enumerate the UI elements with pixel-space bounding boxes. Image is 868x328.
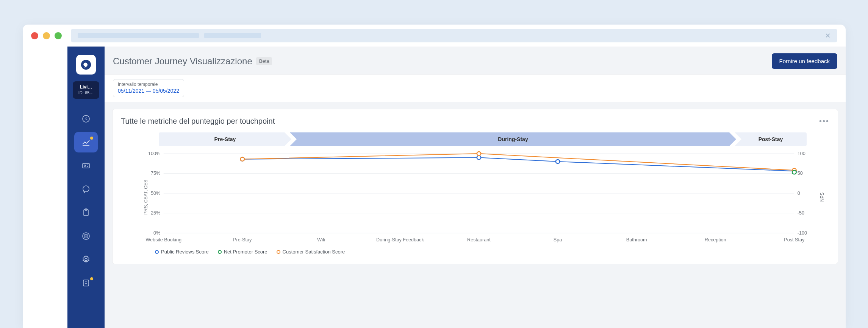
account-id: ID: 65… xyxy=(74,90,98,95)
browser-window: × Livi… ID: 65… xyxy=(23,25,846,328)
phase-post-stay[interactable]: Post-Stay xyxy=(735,132,807,146)
journey-phase-bar: Pre-Stay During-Stay Post-Stay xyxy=(159,132,807,146)
chart-title: Tutte le metriche del punteggio per touc… xyxy=(121,117,275,126)
svg-point-10 xyxy=(83,233,89,239)
svg-text:-100: -100 xyxy=(798,230,807,236)
clipboard-icon xyxy=(81,208,91,217)
card-menu-button[interactable]: ••• xyxy=(819,117,829,126)
traffic-lights xyxy=(31,32,62,39)
svg-text:During-Stay Feedback: During-Stay Feedback xyxy=(376,237,424,243)
url-bar[interactable]: × xyxy=(71,29,837,42)
circle-marker-icon xyxy=(155,250,159,254)
svg-text:25%: 25% xyxy=(151,211,160,216)
browser-chrome-bar: × xyxy=(23,25,846,47)
url-placeholder xyxy=(204,33,261,38)
phase-pre-stay[interactable]: Pre-Stay xyxy=(159,132,291,146)
id-card-icon xyxy=(81,161,91,170)
page-header: Customer Journey Visualizzazione Beta Fo… xyxy=(105,47,846,74)
svg-text:0: 0 xyxy=(798,191,800,196)
nav-notes[interactable] xyxy=(74,273,98,293)
svg-point-11 xyxy=(84,234,88,238)
legend-item-prs[interactable]: Public Reviews Score xyxy=(155,249,209,255)
nav-surveys[interactable] xyxy=(74,202,98,223)
svg-point-42 xyxy=(477,156,481,160)
compass-icon xyxy=(81,114,91,123)
close-icon[interactable]: × xyxy=(825,30,830,41)
chat-bubble-icon xyxy=(80,59,92,70)
chart-legend: Public Reviews Score Net Promoter Score … xyxy=(155,249,829,255)
svg-point-43 xyxy=(556,160,560,163)
note-icon xyxy=(81,278,91,288)
nav-goals[interactable] xyxy=(74,226,98,246)
svg-rect-3 xyxy=(83,163,89,168)
svg-text:0%: 0% xyxy=(153,230,160,236)
account-switcher[interactable]: Livi… ID: 65… xyxy=(73,81,99,99)
svg-point-4 xyxy=(84,165,86,166)
svg-text:Reception: Reception xyxy=(705,237,726,243)
gear-icon xyxy=(81,255,91,264)
nav-feedback[interactable] xyxy=(74,179,98,199)
svg-text:Wifi: Wifi xyxy=(317,237,325,243)
svg-text:100: 100 xyxy=(798,151,805,156)
left-whitespace xyxy=(23,47,67,328)
svg-text:Spa: Spa xyxy=(554,237,562,243)
page-title: Customer Journey Visualizzazione xyxy=(113,56,252,67)
svg-text:50%: 50% xyxy=(151,191,160,196)
svg-text:Website Booking: Website Booking xyxy=(145,237,181,243)
account-name: Livi… xyxy=(74,84,98,90)
app-logo[interactable] xyxy=(76,55,96,75)
phase-during-stay[interactable]: During-Stay xyxy=(290,132,736,146)
sidebar: Livi… ID: 65… xyxy=(67,47,105,328)
nav-customers[interactable] xyxy=(74,155,98,176)
nav-analytics[interactable] xyxy=(74,132,98,152)
svg-marker-2 xyxy=(84,117,88,120)
legend-label: Net Promoter Score xyxy=(224,249,267,255)
svg-point-46 xyxy=(477,152,481,155)
time-range-filter[interactable]: Intervallo temporale 05/11/2021 — 05/05/… xyxy=(113,79,184,97)
url-placeholder xyxy=(78,33,199,38)
circle-marker-icon xyxy=(277,250,280,254)
line-chart: 100%75%50%25%0%100500-50-100Website Book… xyxy=(144,150,814,244)
svg-point-13 xyxy=(85,258,87,261)
chart-plot-area: PRS, CSAT, CES NPS 100%75%50%25%0%100500… xyxy=(144,150,814,244)
window-minimize-icon[interactable] xyxy=(43,32,50,39)
svg-text:-50: -50 xyxy=(798,211,804,216)
svg-text:Bathroom: Bathroom xyxy=(626,237,647,243)
target-icon xyxy=(81,232,91,241)
filter-label: Intervallo temporale xyxy=(118,82,179,87)
nav-settings[interactable] xyxy=(74,249,98,270)
filter-bar: Intervallo temporale 05/11/2021 — 05/05/… xyxy=(105,74,846,102)
svg-text:Pre-Stay: Pre-Stay xyxy=(233,237,252,243)
circle-marker-icon xyxy=(218,250,222,254)
svg-point-45 xyxy=(240,157,244,161)
svg-text:Restaurant: Restaurant xyxy=(467,237,491,243)
nav-explore[interactable] xyxy=(74,109,98,129)
chart-card: Tutte le metriche del punteggio per touc… xyxy=(112,109,838,264)
svg-text:75%: 75% xyxy=(151,171,160,176)
main-content: Customer Journey Visualizzazione Beta Fo… xyxy=(105,47,846,328)
notification-dot-icon xyxy=(90,137,93,140)
svg-text:100%: 100% xyxy=(148,151,160,156)
give-feedback-button[interactable]: Fornire un feedback xyxy=(772,53,837,69)
speech-bubble-icon xyxy=(81,185,91,194)
y-axis-right-label: NPS xyxy=(820,193,825,202)
legend-label: Public Reviews Score xyxy=(161,249,209,255)
chart-line-icon xyxy=(81,138,91,147)
y-axis-left-label: PRS, CSAT, CES xyxy=(143,180,149,215)
svg-text:Post Stay: Post Stay xyxy=(784,237,805,243)
svg-rect-14 xyxy=(83,280,89,286)
svg-point-7 xyxy=(83,186,89,192)
legend-item-csat[interactable]: Customer Satisfaction Score xyxy=(277,249,345,255)
legend-label: Customer Satisfaction Score xyxy=(283,249,345,255)
legend-item-nps[interactable]: Net Promoter Score xyxy=(218,249,267,255)
notification-dot-icon xyxy=(90,277,93,280)
svg-point-12 xyxy=(86,236,86,236)
window-maximize-icon[interactable] xyxy=(55,32,62,39)
svg-point-48 xyxy=(792,170,796,174)
beta-badge: Beta xyxy=(256,57,272,65)
svg-text:50: 50 xyxy=(798,171,803,176)
window-close-icon[interactable] xyxy=(31,32,38,39)
filter-value: 05/11/2021 — 05/05/2022 xyxy=(118,88,179,94)
